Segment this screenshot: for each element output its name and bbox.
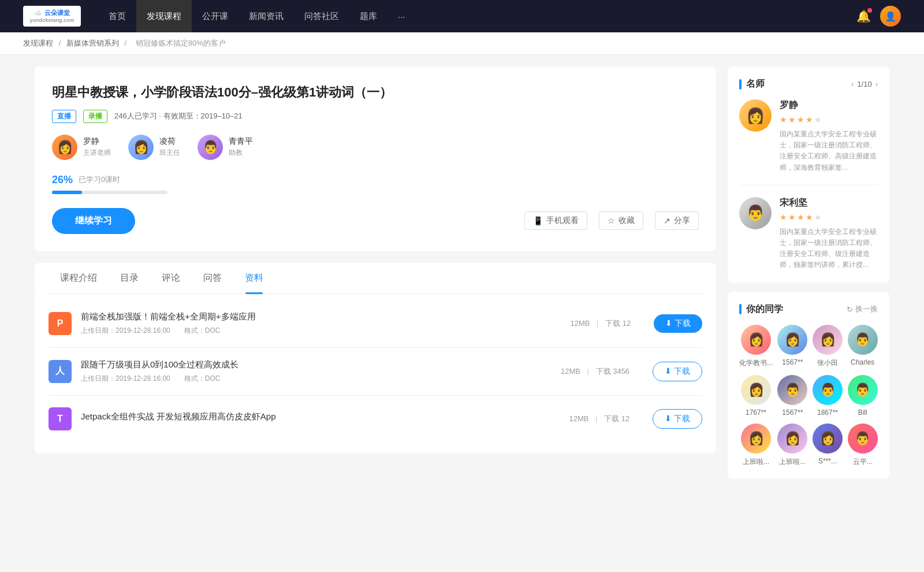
teacher-3-name: 青青平 xyxy=(229,136,253,147)
teacher-3-avatar: 👨 xyxy=(198,135,223,160)
tab-review[interactable]: 评论 xyxy=(150,263,192,294)
classmate-1[interactable]: 👩 1567** xyxy=(777,325,808,368)
main-container: 明星中教授课，小学阶段语法100分–强化级第1讲动词（一） 直播 录播 246人… xyxy=(12,55,912,499)
nav-item-open[interactable]: 公开课 xyxy=(192,0,239,32)
classmate-avatar-1: 👩 xyxy=(777,325,807,355)
classmates-title-text: 你的同学 xyxy=(746,303,783,315)
sidebar-teacher-1-desc: 国内某重点大学安全工程专业硕士，国家一级注册消防工程师、注册安全工程师、高级注册… xyxy=(780,129,878,173)
breadcrumb: 发现课程 / 新媒体营销系列 / 销冠修炼术搞定80%的客户 xyxy=(0,32,924,55)
nav-item-home[interactable]: 首页 xyxy=(98,0,136,32)
sidebar-teacher-1-stars: ★ ★ ★ ★ ★ xyxy=(780,115,878,124)
teacher-3-info: 青青平 助教 xyxy=(229,136,253,158)
prev-btn[interactable]: ‹ xyxy=(851,80,854,88)
nav-items: 首页 发现课程 公开课 新闻资讯 问答社区 题库 ··· xyxy=(98,0,856,32)
resource-icon-1: 人 xyxy=(49,360,72,383)
progress-bar-bg xyxy=(52,191,167,194)
mobile-icon: 📱 xyxy=(533,216,543,225)
classmate-9[interactable]: 👩 上班啦... xyxy=(777,424,808,467)
classmate-5[interactable]: 👨 1567** xyxy=(777,375,808,417)
breadcrumb-current: 销冠修炼术搞定80%的客户 xyxy=(136,39,226,47)
tab-catalog[interactable]: 目录 xyxy=(109,263,150,294)
resource-info-1: 跟随千万级项目从0到100全过程高效成长 上传日期：2019-12-28 16:… xyxy=(81,359,538,384)
continue-button[interactable]: 继续学习 xyxy=(52,208,135,234)
resource-name-1: 跟随千万级项目从0到100全过程高效成长 xyxy=(81,359,538,370)
course-actions: 继续学习 📱 手机观看 ☆ 收藏 ↗ 分享 xyxy=(52,208,699,234)
progress-label: 26% 已学习0课时 xyxy=(52,174,699,186)
classmate-3[interactable]: 👨 Charles xyxy=(847,325,878,368)
classmate-avatar-7: 👨 xyxy=(848,375,878,405)
teachers-sidebar-card: 名师 ‹ 1/10 › 👩 罗静 ★ ★ ★ ★ ★ xyxy=(728,66,889,283)
resource-stats-2: 12MB | 下载 12 xyxy=(555,414,643,424)
share-button[interactable]: ↗ 分享 xyxy=(655,211,699,230)
download-btn-0[interactable]: ⬇ 下载 xyxy=(654,314,702,333)
teacher-2-info: 凌荷 班主任 xyxy=(159,136,180,158)
classmate-name-1: 1567** xyxy=(782,358,803,366)
classmate-avatar-5: 👨 xyxy=(777,375,807,405)
course-title: 明星中教授课，小学阶段语法100分–强化级第1讲动词（一） xyxy=(52,84,699,102)
breadcrumb-discover[interactable]: 发现课程 xyxy=(23,39,53,47)
teacher-2-name: 凌荷 xyxy=(159,136,180,147)
resource-stats-1: 12MB | 下载 3456 xyxy=(547,366,643,377)
sidebar-area: 名师 ‹ 1/10 › 👩 罗静 ★ ★ ★ ★ ★ xyxy=(728,66,889,488)
tag-rec: 录播 xyxy=(83,110,107,123)
classmate-name-3: Charles xyxy=(851,358,874,366)
teachers-sidebar-title: 名师 ‹ 1/10 › xyxy=(739,78,878,90)
classmate-0[interactable]: 👩 化学教书... xyxy=(739,325,773,368)
classmate-avatar-8: 👩 xyxy=(741,424,771,454)
resource-name-0: 前端全栈加强版！前端全栈+全周期+多端应用 xyxy=(81,311,547,322)
refresh-icon: ↻ xyxy=(847,305,853,314)
tab-intro[interactable]: 课程介绍 xyxy=(49,263,109,294)
classmate-6[interactable]: 👨 1867** xyxy=(813,375,843,417)
star-icon: ☆ xyxy=(608,216,615,225)
content-area: 明星中教授课，小学阶段语法100分–强化级第1讲动词（一） 直播 录播 246人… xyxy=(35,66,716,488)
classmate-10[interactable]: 👩 S***... xyxy=(813,424,843,467)
nav-item-discover[interactable]: 发现课程 xyxy=(136,0,192,32)
classmate-name-8: 上班啦... xyxy=(743,457,769,467)
teachers-title-text: 名师 xyxy=(746,78,765,90)
refresh-button[interactable]: ↻ 换一换 xyxy=(847,304,878,314)
teacher-1-role: 主讲老师 xyxy=(83,148,111,158)
teacher-3: 👨 青青平 助教 xyxy=(198,135,253,160)
tab-qa[interactable]: 问答 xyxy=(192,263,233,294)
refresh-label: 换一换 xyxy=(855,304,878,314)
resource-name-2: Jetpack全组件实战 开发短视频应用高仿皮皮虾App xyxy=(81,411,546,422)
title-bar-decoration xyxy=(739,79,742,90)
collect-button[interactable]: ☆ 收藏 xyxy=(599,211,643,230)
download-btn-1[interactable]: ⬇ 下载 xyxy=(653,362,702,381)
classmate-11[interactable]: 👨 云平... xyxy=(847,424,878,467)
nav-item-news[interactable]: 新闻资讯 xyxy=(239,0,294,32)
course-meta: 直播 录播 246人已学习 · 有效期至：2019–10–21 xyxy=(52,110,699,123)
classmate-avatar-10: 👩 xyxy=(813,424,843,454)
classmate-name-6: 1867** xyxy=(817,408,838,417)
course-card: 明星中教授课，小学阶段语法100分–强化级第1讲动词（一） 直播 录播 246人… xyxy=(35,66,716,251)
sidebar-teacher-2-name: 宋利坚 xyxy=(780,197,878,209)
teacher-1-avatar: 👩 xyxy=(52,135,77,160)
tag-live: 直播 xyxy=(52,110,76,123)
sidebar-teacher-2-avatar: 👨 xyxy=(739,197,772,229)
bell-icon[interactable]: 🔔 xyxy=(856,9,871,23)
classmate-2[interactable]: 👩 张小田 xyxy=(813,325,843,368)
classmate-7[interactable]: 👨 Bill xyxy=(847,375,878,417)
tab-resource[interactable]: 资料 xyxy=(233,263,275,294)
breadcrumb-sep2: / xyxy=(124,39,128,47)
page-indicator: 1/10 xyxy=(857,80,871,88)
sidebar-teacher-1: 👩 罗静 ★ ★ ★ ★ ★ 国内某重点大学安全工程专业硕士，国家一级注册消防工… xyxy=(739,99,878,185)
classmates-card: 你的同学 ↻ 换一换 👩 化学教书... 👩 1567** 👩 张小田 👨 xyxy=(728,292,889,478)
classmate-4[interactable]: 👩 1767** xyxy=(739,375,773,417)
user-avatar[interactable]: 👤 xyxy=(880,6,901,27)
classmate-8[interactable]: 👩 上班啦... xyxy=(739,424,773,467)
nav-item-more[interactable]: ··· xyxy=(388,0,416,32)
course-meta-text: 246人已学习 · 有效期至：2019–10–21 xyxy=(114,111,243,121)
sidebar-teacher-2-info: 宋利坚 ★ ★ ★ ★ ★ 国内某重点大学安全工程专业硕士，国家一级注册消防工程… xyxy=(780,197,878,271)
classmate-name-7: Bill xyxy=(858,408,867,417)
next-btn[interactable]: › xyxy=(875,80,878,88)
nav-item-quiz[interactable]: 题库 xyxy=(349,0,388,32)
progress-bar-fill xyxy=(52,191,82,194)
download-btn-2[interactable]: ⬇ 下载 xyxy=(653,409,702,429)
resource-info-2: Jetpack全组件实战 开发短视频应用高仿皮皮虾App xyxy=(81,411,546,426)
nav-item-qa[interactable]: 问答社区 xyxy=(294,0,349,32)
logo[interactable]: ☁️ 云朵课堂yundoketang.com xyxy=(23,6,81,27)
mobile-watch-button[interactable]: 📱 手机观看 xyxy=(524,211,587,230)
breadcrumb-series[interactable]: 新媒体营销系列 xyxy=(66,39,119,47)
classmate-avatar-9: 👩 xyxy=(777,424,807,454)
